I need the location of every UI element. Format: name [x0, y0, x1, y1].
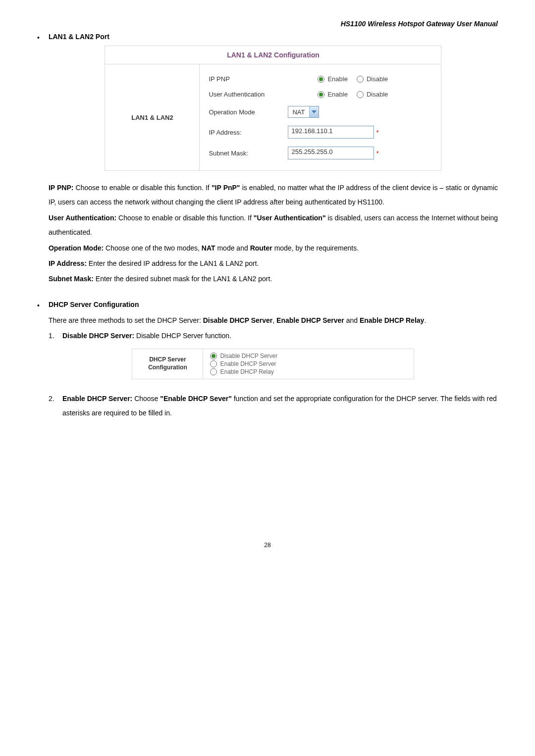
- ipaddr-input[interactable]: 192.168.110.1: [288, 126, 374, 139]
- opmode-select[interactable]: NAT: [288, 106, 319, 118]
- dhcp-relay-label: Enable DHCP Relay: [220, 368, 274, 375]
- list-item-1: Disable DHCP Server: Disable DHCP Server…: [62, 329, 498, 343]
- required-asterisk: *: [376, 129, 378, 136]
- lan-config-side-label: LAN1 & LAN2: [105, 64, 200, 171]
- userauth-enable-text: Enable: [327, 91, 347, 98]
- userauth-label: User Authentication: [209, 91, 288, 98]
- ippnp-disable-radio[interactable]: [357, 76, 364, 83]
- page-header: HS1100 Wireless Hotspot Gateway User Man…: [37, 20, 498, 28]
- ipaddr-label: IP Address:: [209, 129, 288, 136]
- opmode-value: NAT: [288, 108, 309, 116]
- userauth-disable-text: Disable: [367, 91, 388, 98]
- dhcp-side-label: DHCP ServerConfiguration: [132, 349, 203, 379]
- userauth-disable-radio[interactable]: [357, 91, 364, 98]
- userauth-enable-radio[interactable]: [318, 91, 324, 98]
- ippnp-label: IP PNP: [209, 75, 288, 83]
- lan-config-title: LAN1 & LAN2 Configuration: [105, 46, 441, 64]
- dhcp-disable-label: Disable DHCP Server: [220, 353, 277, 359]
- bullet-icon: •: [37, 302, 40, 309]
- list-number-1: 1.: [49, 329, 62, 343]
- dhcp-config-table: DHCP ServerConfiguration Disable DHCP Se…: [132, 349, 414, 379]
- dhcp-enable-label: Enable DHCP Server: [220, 360, 276, 367]
- chevron-down-icon: [309, 106, 319, 117]
- dhcp-intro: There are three methods to set the DHCP …: [49, 313, 498, 328]
- ipaddr-description: IP Address: Enter the desired IP address…: [49, 256, 498, 271]
- subnet-description: Subnet Mask: Enter the desired subnet ma…: [49, 272, 498, 286]
- subnet-input[interactable]: 255.255.255.0: [288, 147, 374, 159]
- section-heading-lan: LAN1 & LAN2 Port: [49, 33, 498, 41]
- ippnp-description: IP PNP: Choose to enable or disable this…: [49, 181, 498, 210]
- ippnp-enable-radio[interactable]: [318, 76, 324, 83]
- list-item-2: Enable DHCP Server: Choose "Enable DHCP …: [62, 392, 498, 421]
- opmode-label: Operation Mode: [209, 108, 288, 116]
- dhcp-enable-radio[interactable]: [210, 360, 217, 367]
- list-number-2: 2.: [49, 392, 62, 421]
- subnet-label: Subnet Mask:: [209, 150, 288, 157]
- ippnp-disable-text: Disable: [367, 75, 388, 83]
- userauth-description: User Authentication: Choose to enable or…: [49, 211, 498, 240]
- page-number: 28: [37, 542, 498, 549]
- dhcp-relay-radio[interactable]: [210, 368, 217, 375]
- required-asterisk: *: [376, 150, 378, 157]
- section-heading-dhcp: DHCP Server Configuration: [49, 301, 498, 308]
- opmode-description: Operation Mode: Choose one of the two mo…: [49, 241, 498, 255]
- dhcp-disable-radio[interactable]: [210, 353, 217, 359]
- lan-config-table: LAN1 & LAN2 Configuration LAN1 & LAN2 IP…: [105, 46, 441, 171]
- ippnp-enable-text: Enable: [327, 75, 347, 83]
- bullet-icon: •: [37, 34, 40, 42]
